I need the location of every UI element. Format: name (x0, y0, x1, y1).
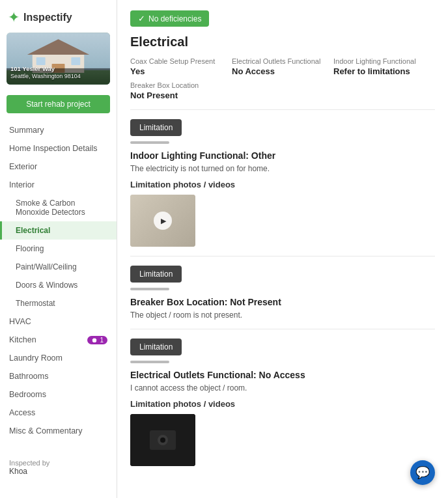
lighting-label: Indoor Lighting Functional (333, 57, 428, 65)
lighting-value: Refer to limitations (333, 66, 428, 76)
badge-text: No deficiencies (148, 14, 201, 23)
kitchen-badge-wrap: ⏺ 1 (87, 336, 107, 344)
limitation-button-2[interactable]: Limitation (130, 266, 182, 283)
logo: ✦ Inspectify (0, 0, 117, 33)
photos-label-3: Limitation photos / videos (130, 399, 435, 409)
svg-rect-5 (36, 57, 46, 65)
limitation-title-1: Indoor Lighting Functional: Other (130, 150, 435, 161)
info-item-lighting: Indoor Lighting Functional Refer to limi… (333, 57, 435, 76)
main-content: ✓ No deficiencies Electrical Coax Cable … (117, 0, 448, 498)
limitation-section-3: Limitation Electrical Outlets Functional… (130, 339, 435, 466)
sidebar-item-smoke[interactable]: Smoke & Carbon Monoxide Detectors (0, 194, 117, 221)
limitation-bar-1 (130, 141, 169, 144)
info-item-coax: Coax Cable Setup Present Yes (130, 57, 232, 76)
info-grid-row1: Coax Cable Setup Present Yes Electrical … (130, 57, 435, 76)
limitation-desc-2: The object / room is not present. (130, 311, 435, 320)
limitation-bar-3 (130, 361, 169, 363)
sidebar-item-bedrooms[interactable]: Bedrooms (0, 385, 117, 404)
sidebar-item-exterior[interactable]: Exterior (0, 158, 117, 176)
kitchen-badge-icon: ⏺ (91, 337, 98, 344)
outlets-label: Electrical Outlets Functional (232, 57, 327, 65)
divider-3 (130, 329, 435, 329)
outlets-value: No Access (232, 66, 327, 76)
start-rehab-button[interactable]: Start rehab project (7, 95, 110, 113)
svg-rect-6 (71, 57, 80, 65)
check-icon: ✓ (138, 14, 145, 23)
limitation-button-1[interactable]: Limitation (130, 119, 182, 136)
sidebar-item-kitchen[interactable]: Kitchen ⏺ 1 (0, 331, 117, 349)
logo-text: Inspectify (23, 12, 72, 23)
property-city: Seattle, Washington 98104 (10, 73, 81, 81)
sidebar-item-laundry[interactable]: Laundry Room (0, 349, 117, 367)
limitation-bar-2 (130, 288, 169, 290)
kitchen-badge: ⏺ 1 (87, 336, 107, 344)
sidebar-footer: Inspected by Khoa (0, 450, 117, 485)
breaker-label: Breaker Box Location (130, 81, 428, 89)
logo-icon: ✦ (8, 9, 20, 26)
svg-point-11 (160, 437, 165, 443)
inspector-name: Khoa (9, 467, 107, 476)
info-item-outlets: Electrical Outlets Functional No Access (232, 57, 333, 76)
sidebar-item-paint[interactable]: Paint/Wall/Ceiling (0, 258, 117, 276)
inspected-by-label: Inspected by (9, 459, 107, 467)
limitation-desc-1: The electricity is not turned on for hom… (130, 164, 435, 173)
sidebar-item-doors[interactable]: Doors & Windows (0, 276, 117, 294)
sidebar-item-thermostat[interactable]: Thermostat (0, 294, 117, 312)
chat-icon: 💬 (415, 465, 430, 480)
info-item-breaker: Breaker Box Location Not Present (130, 81, 435, 100)
sidebar-item-home-inspection[interactable]: Home Inspection Details (0, 139, 117, 158)
property-address: 101 Yesler Way Seattle, Washington 98104 (10, 65, 81, 81)
divider-1 (130, 109, 435, 110)
deficiencies-badge: ✓ No deficiencies (130, 10, 209, 27)
property-street: 101 Yesler Way (10, 65, 81, 73)
sidebar-item-bathrooms[interactable]: Bathrooms (0, 367, 117, 385)
limitation-desc-3: I cannot access the object / room. (130, 383, 435, 393)
breaker-value: Not Present (130, 90, 428, 100)
sidebar-item-flooring[interactable]: Flooring (0, 240, 117, 258)
sidebar-item-kitchen-label: Kitchen (9, 335, 36, 344)
sidebar-item-summary[interactable]: Summary (0, 121, 117, 139)
video-thumbnail-1[interactable] (130, 195, 195, 247)
photos-label-1: Limitation photos / videos (130, 180, 435, 189)
photo-thumbnail-3[interactable] (130, 414, 195, 466)
video-play-button-1[interactable] (154, 212, 172, 230)
coax-value: Yes (130, 66, 225, 76)
sidebar-item-access[interactable]: Access (0, 404, 117, 422)
property-card: 101 Yesler Way Seattle, Washington 98104 (7, 33, 110, 85)
limitation-section-1: Limitation Indoor Lighting Functional: O… (130, 119, 435, 247)
sidebar-item-electrical[interactable]: Electrical (0, 221, 117, 240)
limitation-title-3: Electrical Outlets Functional: No Access (130, 370, 435, 380)
sidebar-item-hvac[interactable]: HVAC (0, 312, 117, 331)
sidebar-item-interior[interactable]: Interior (0, 176, 117, 194)
coax-label: Coax Cable Setup Present (130, 57, 225, 65)
limitation-title-2: Breaker Box Location: Not Present (130, 297, 435, 307)
info-grid-row2: Breaker Box Location Not Present (130, 81, 435, 100)
section-title: Electrical (130, 35, 435, 49)
chat-button[interactable]: 💬 (410, 460, 435, 485)
sidebar: ✦ Inspectify (0, 0, 117, 498)
kitchen-badge-count: 1 (100, 337, 104, 344)
sidebar-item-misc[interactable]: Misc & Commentary (0, 422, 117, 440)
divider-2 (130, 256, 435, 256)
sidebar-nav: Summary Home Inspection Details Exterior… (0, 121, 117, 440)
limitation-button-3[interactable]: Limitation (130, 339, 182, 355)
limitation-section-2: Limitation Breaker Box Location: Not Pre… (130, 266, 435, 320)
